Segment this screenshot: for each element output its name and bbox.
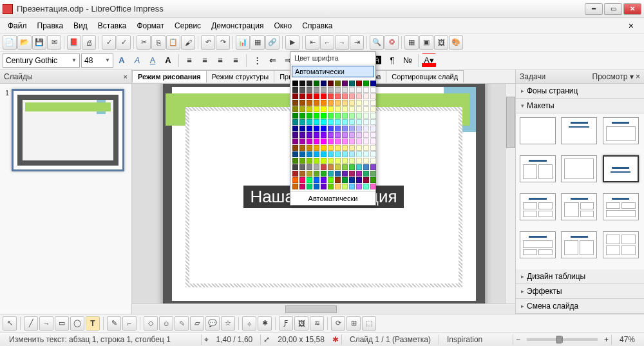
section-master-pages[interactable]: Фоны страниц [516,84,644,99]
color-swatch[interactable] [307,158,312,164]
color-swatch[interactable] [335,145,341,151]
color-swatch[interactable] [328,93,334,99]
color-swatch[interactable] [299,113,305,119]
color-swatch[interactable] [328,164,334,170]
zoom-out-button[interactable]: − [516,335,520,344]
color-swatch[interactable] [292,119,298,125]
tab-sorter[interactable]: Сортировщик слайд [386,70,464,82]
color-swatch[interactable] [314,145,319,151]
section-table-design[interactable]: Дизайн таблицы [516,269,644,284]
color-swatch[interactable] [321,139,327,144]
align-left-button[interactable]: ≡ [182,53,196,68]
format-paintbrush-button[interactable]: 🖌 [181,35,195,50]
color-swatch[interactable] [307,100,312,106]
color-swatch[interactable] [307,106,312,112]
color-swatch[interactable] [299,81,305,86]
points-tool[interactable]: ⟐ [242,316,256,331]
menu-insert[interactable]: Вставка [93,19,132,32]
color-swatch[interactable] [307,177,312,183]
color-swatch[interactable] [328,139,334,144]
color-swatch[interactable] [356,81,362,86]
color-swatch[interactable] [307,151,312,157]
color-swatch[interactable] [292,93,298,99]
bullets-button[interactable]: ⋮ [250,53,264,68]
menu-file[interactable]: Файл [3,19,32,32]
color-swatch[interactable] [363,164,369,170]
color-swatch[interactable] [342,119,348,125]
color-swatch[interactable] [314,106,319,112]
color-swatch[interactable] [299,139,305,144]
color-swatch[interactable] [328,171,334,177]
color-swatch[interactable] [349,100,355,106]
align-tool[interactable]: ⊞ [346,316,361,331]
color-swatch[interactable] [335,158,341,164]
status-template[interactable]: Inspiration [442,335,488,344]
layout-content-only[interactable] [561,155,597,182]
color-swatch[interactable] [342,113,348,119]
autospell-button[interactable]: ✓ [117,35,131,50]
menu-edit[interactable]: Правка [32,19,69,32]
arrange-tool[interactable]: ⬚ [362,316,376,331]
color-swatch[interactable] [292,139,298,144]
color-swatch[interactable] [299,126,305,131]
color-swatch[interactable] [314,164,319,170]
export-pdf-button[interactable]: 📕 [67,35,81,50]
color-swatch[interactable] [335,81,341,86]
color-swatch[interactable] [349,171,355,177]
color-swatch[interactable] [363,151,369,157]
color-swatch[interactable] [342,93,348,99]
line-tool[interactable]: ╱ [24,316,38,331]
color-swatch[interactable] [292,151,298,157]
color-swatch[interactable] [314,151,319,157]
color-swatch[interactable] [356,158,362,164]
color-swatch[interactable] [370,164,376,170]
font-color-button[interactable]: A▾ [422,53,436,68]
color-swatch[interactable] [342,171,348,177]
color-swatch[interactable] [363,171,369,177]
rectangle-tool[interactable]: ▭ [55,316,69,331]
para-dialog-button[interactable]: ¶ [385,53,399,68]
color-automatic-bottom-button[interactable]: Автоматически [290,191,375,205]
color-swatch[interactable] [321,119,327,125]
layout-centered[interactable] [603,155,639,182]
align-center-button[interactable]: ≡ [198,53,212,68]
color-swatch[interactable] [314,171,319,177]
slide-thumbnail-1[interactable] [12,89,124,171]
bold-button[interactable]: A [115,53,129,68]
color-swatch[interactable] [363,100,369,106]
color-swatch[interactable] [342,87,348,93]
shadow-button[interactable]: A [161,53,175,68]
connector-tool[interactable]: ⌐ [122,316,137,331]
color-swatch[interactable] [356,151,362,157]
color-swatch[interactable] [335,151,341,157]
align-justify-button[interactable]: ≡ [229,53,243,68]
color-swatch[interactable] [349,93,355,99]
color-swatch[interactable] [363,184,369,189]
color-swatch[interactable] [349,151,355,157]
close-button[interactable]: ✕ [623,3,641,15]
color-swatch[interactable] [342,100,348,106]
color-swatch[interactable] [349,139,355,144]
color-swatch[interactable] [292,177,298,183]
layout-big-small[interactable] [561,193,597,220]
color-swatch[interactable] [349,113,355,119]
color-swatch[interactable] [356,184,362,189]
color-swatch[interactable] [299,106,305,112]
color-swatch[interactable] [307,87,312,93]
undo-button[interactable]: ↶ [201,35,215,50]
color-swatch[interactable] [342,158,348,164]
color-swatch[interactable] [335,126,341,131]
color-swatch[interactable] [370,113,376,119]
color-swatch[interactable] [349,87,355,93]
layout-1over2[interactable] [520,231,556,258]
color-swatch[interactable] [292,184,298,189]
color-swatch[interactable] [335,177,341,183]
layout-two-content[interactable] [520,155,556,182]
color-swatch[interactable] [349,119,355,125]
text-tool[interactable]: T [86,316,100,331]
horizontal-scrollbar[interactable] [132,303,515,314]
color-swatch[interactable] [370,158,376,164]
color-swatch[interactable] [349,106,355,112]
color-swatch[interactable] [356,119,362,125]
color-swatch[interactable] [370,106,376,112]
